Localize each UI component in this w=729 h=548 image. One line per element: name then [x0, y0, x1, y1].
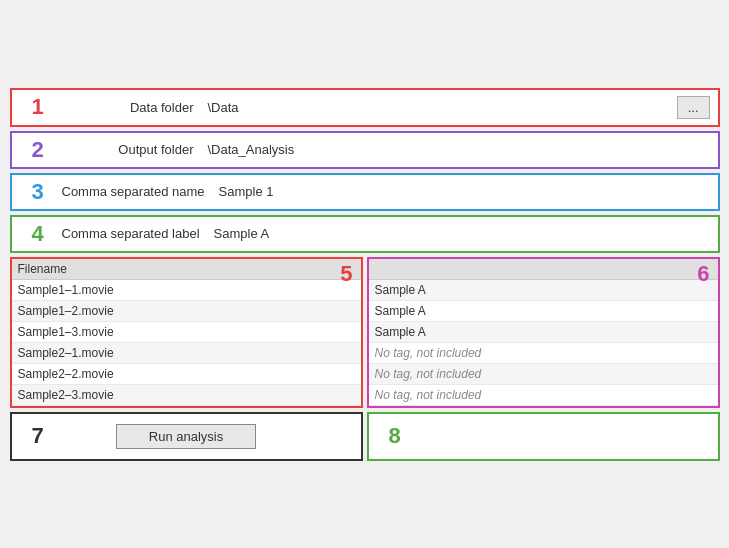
label-header-blank: [369, 259, 718, 280]
main-container: 1 Data folder \Data ... 2 Output folder …: [10, 88, 720, 461]
section-7: 7 Run analysis: [10, 412, 363, 461]
section-8: 8: [367, 412, 720, 461]
data-folder-label: Data folder: [62, 100, 202, 115]
section-4-number: 4: [20, 223, 56, 245]
comma-name-label: Comma separated name: [62, 184, 213, 199]
section-4: 4 Comma separated label Sample A: [10, 215, 720, 253]
label-row: No tag, not included: [369, 364, 718, 385]
comma-label-value: Sample A: [214, 226, 710, 241]
section-6: 6 Sample ASample ASample ANo tag, not in…: [367, 257, 720, 408]
bottom-row: 7 Run analysis 8: [10, 412, 720, 461]
filename-header: Filename: [12, 259, 361, 280]
filename-row: Sample1–1.movie: [12, 280, 361, 301]
label-row: Sample A: [369, 322, 718, 343]
filename-row: Sample2–1.movie: [12, 343, 361, 364]
section-1: 1 Data folder \Data ...: [10, 88, 720, 127]
label-rows: Sample ASample ASample ANo tag, not incl…: [369, 259, 718, 406]
filename-row: Sample2–3.movie: [12, 385, 361, 406]
filename-table: Filename Sample1–1.movieSample1–2.movieS…: [12, 259, 361, 406]
section-5-number: 5: [340, 263, 352, 285]
filename-rows: Sample1–1.movieSample1–2.movieSample1–3.…: [12, 280, 361, 406]
section-2: 2 Output folder \Data_Analysis: [10, 131, 720, 169]
section-6-number: 6: [697, 263, 709, 285]
section-3-number: 3: [20, 181, 56, 203]
run-analysis-button[interactable]: Run analysis: [116, 424, 256, 449]
browse-button[interactable]: ...: [677, 96, 710, 119]
filename-row: Sample1–2.movie: [12, 301, 361, 322]
output-folder-value: \Data_Analysis: [208, 142, 710, 157]
label-row: No tag, not included: [369, 343, 718, 364]
data-folder-value: \Data: [208, 100, 671, 115]
filename-row: Sample2–2.movie: [12, 364, 361, 385]
label-row: No tag, not included: [369, 385, 718, 406]
middle-row: 5 Filename Sample1–1.movieSample1–2.movi…: [10, 257, 720, 408]
label-row: Sample A: [369, 280, 718, 301]
comma-label-label: Comma separated label: [62, 226, 208, 241]
filename-row: Sample1–3.movie: [12, 322, 361, 343]
output-folder-label: Output folder: [62, 142, 202, 157]
section-8-number: 8: [377, 425, 413, 447]
section-2-number: 2: [20, 139, 56, 161]
comma-name-value: Sample 1: [219, 184, 710, 199]
section-1-number: 1: [20, 96, 56, 118]
section-3: 3 Comma separated name Sample 1: [10, 173, 720, 211]
section-5: 5 Filename Sample1–1.movieSample1–2.movi…: [10, 257, 363, 408]
label-table: Sample ASample ASample ANo tag, not incl…: [369, 259, 718, 406]
label-row: Sample A: [369, 301, 718, 322]
section-7-number: 7: [20, 425, 56, 447]
